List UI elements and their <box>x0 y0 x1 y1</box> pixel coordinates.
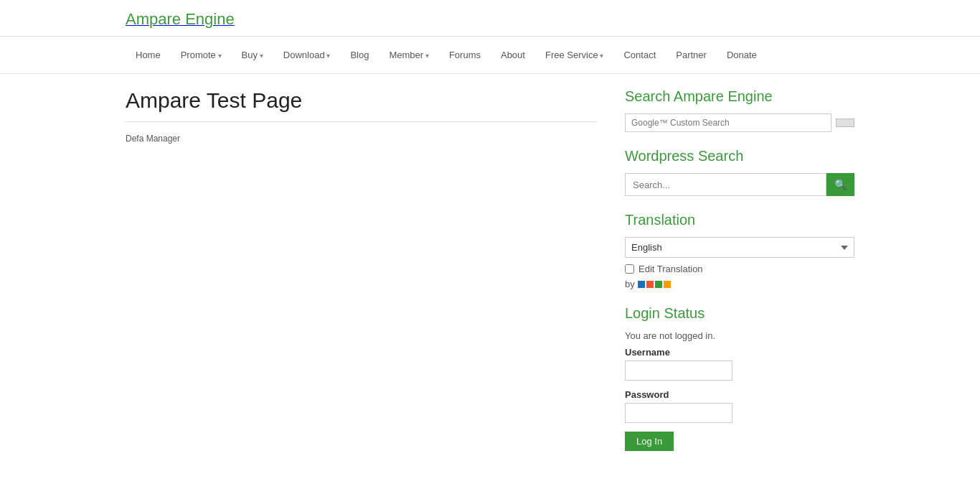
google-search-input[interactable] <box>625 113 831 132</box>
content-area: Ampare Test Page Defa Manager <box>126 88 596 451</box>
username-label: Username <box>625 347 854 358</box>
nav-item-forums[interactable]: Forums <box>439 37 491 73</box>
nav-item-buy[interactable]: Buy <box>232 37 273 73</box>
main-nav: HomePromoteBuyDownloadBlogMemberForumsAb… <box>0 36 980 74</box>
search-ampare-title: Search Ampare Engine <box>625 88 854 105</box>
content-divider <box>126 121 596 122</box>
nav-item-promote[interactable]: Promote <box>171 37 232 73</box>
by-row: by <box>625 279 854 289</box>
edit-translation-row: Edit Translation <box>625 264 854 274</box>
tp-green-square <box>655 281 662 288</box>
wp-search-input[interactable] <box>625 173 826 196</box>
main-layout: Ampare Test Page Defa Manager Search Amp… <box>0 74 980 465</box>
search-ampare-section: Search Ampare Engine <box>625 88 854 132</box>
nav-item-free-service[interactable]: Free Service <box>535 37 613 73</box>
site-title: Ampare Engine <box>126 10 235 28</box>
nav-item-contact[interactable]: Contact <box>613 37 666 73</box>
site-title-link[interactable]: Ampare Engine <box>126 15 235 27</box>
username-input[interactable] <box>625 361 732 381</box>
google-search-wrapper <box>625 113 854 132</box>
login-status-title: Login Status <box>625 305 854 322</box>
login-not-logged-text: You are not logged in. <box>625 330 854 341</box>
username-field-group: Username <box>625 347 854 381</box>
tp-blue-square <box>638 281 645 288</box>
content-text: Defa Manager <box>126 134 596 144</box>
nav-list: HomePromoteBuyDownloadBlogMemberForumsAb… <box>126 37 980 73</box>
search-icon: 🔍 <box>834 179 847 190</box>
edit-translation-checkbox[interactable] <box>625 264 634 274</box>
by-text: by <box>625 279 635 289</box>
login-status-section: Login Status You are not logged in. User… <box>625 305 854 451</box>
translation-section: Translation EnglishSpanishFrenchGerman E… <box>625 212 854 289</box>
language-select[interactable]: EnglishSpanishFrenchGerman <box>625 237 854 258</box>
tp-yellow-square <box>664 281 671 288</box>
nav-item-download[interactable]: Download <box>273 37 341 73</box>
header: Ampare Engine <box>0 0 980 29</box>
transposh-icon <box>638 281 671 288</box>
nav-item-member[interactable]: Member <box>379 37 438 73</box>
google-search-button[interactable] <box>836 118 854 127</box>
password-label: Password <box>625 389 854 400</box>
login-button[interactable]: Log In <box>625 432 674 451</box>
wp-search-section: Wordpress Search 🔍 <box>625 148 854 196</box>
edit-translation-label[interactable]: Edit Translation <box>639 264 703 274</box>
nav-item-partner[interactable]: Partner <box>666 37 717 73</box>
password-field-group: Password <box>625 389 854 423</box>
tp-red-square <box>646 281 654 288</box>
wp-search-title: Wordpress Search <box>625 148 854 164</box>
nav-item-home[interactable]: Home <box>126 37 171 73</box>
nav-item-donate[interactable]: Donate <box>717 37 767 73</box>
password-input[interactable] <box>625 403 732 423</box>
nav-item-about[interactable]: About <box>491 37 535 73</box>
wp-search-button[interactable]: 🔍 <box>826 173 854 196</box>
page-title: Ampare Test Page <box>126 88 596 113</box>
translation-title: Translation <box>625 212 854 228</box>
wp-search-wrapper: 🔍 <box>625 173 854 196</box>
nav-item-blog[interactable]: Blog <box>340 37 379 73</box>
sidebar: Search Ampare Engine Wordpress Search 🔍 … <box>625 88 854 451</box>
